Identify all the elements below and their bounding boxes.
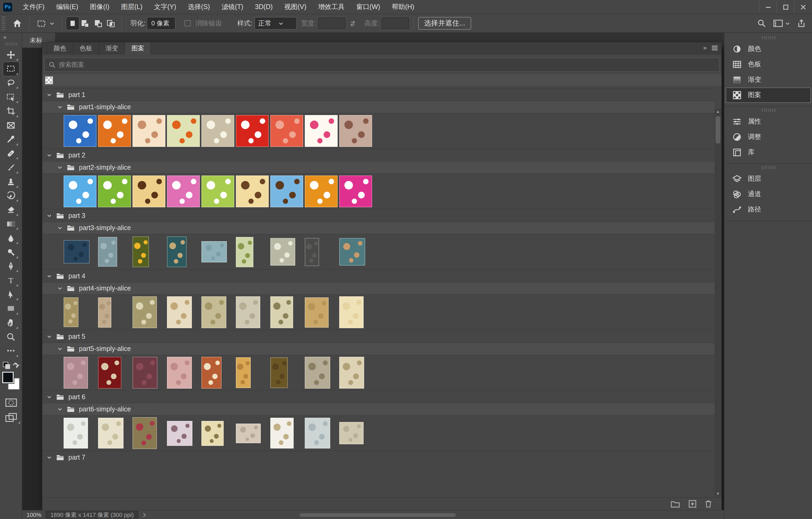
dock-item-属性[interactable]: 属性: [726, 114, 811, 129]
pattern-tile[interactable]: [305, 297, 329, 327]
pattern-tile[interactable]: [64, 240, 90, 263]
tool-preset-dropdown[interactable]: [34, 16, 57, 31]
pattern-search-input[interactable]: 搜索图案: [45, 58, 719, 71]
eyedropper-tool[interactable]: [3, 133, 19, 146]
dock-item-路径[interactable]: 路径: [726, 202, 811, 218]
zoom-tool[interactable]: [3, 330, 19, 344]
pattern-tile[interactable]: [64, 418, 88, 449]
menu-item[interactable]: 3D(D): [249, 0, 279, 14]
toolbar-grip[interactable]: [5, 42, 17, 46]
pattern-tile[interactable]: [339, 422, 364, 444]
workspace-icon[interactable]: [773, 20, 790, 27]
crop-tool[interactable]: [3, 104, 19, 118]
rect-marquee-tool[interactable]: [3, 62, 19, 76]
add-selection-icon[interactable]: [79, 17, 92, 30]
history-brush-tool[interactable]: [3, 189, 19, 203]
dock-grip[interactable]: [761, 109, 775, 112]
dock-item-调整[interactable]: 调整: [726, 129, 811, 145]
pattern-tile[interactable]: [236, 357, 251, 388]
pattern-tile[interactable]: [133, 115, 165, 147]
menu-item[interactable]: 选择(S): [182, 0, 216, 14]
pattern-tile[interactable]: [305, 115, 338, 147]
pattern-tile[interactable]: [305, 238, 319, 266]
pattern-tile[interactable]: [98, 297, 111, 327]
status-chevron-icon[interactable]: [143, 512, 147, 517]
panel-tab-颜色[interactable]: 颜色: [47, 42, 73, 55]
dock-item-库[interactable]: 库: [726, 145, 811, 160]
pattern-subgroup-header[interactable]: part1-simply-alice: [42, 101, 715, 113]
pattern-group-header[interactable]: part 6: [42, 390, 715, 403]
pattern-tile[interactable]: [64, 297, 79, 327]
pattern-tile[interactable]: [270, 115, 303, 147]
edit-toolbar[interactable]: [3, 344, 19, 358]
pattern-subgroup-header[interactable]: part5-simply-alice: [42, 343, 715, 355]
pattern-tile[interactable]: [98, 357, 121, 388]
pattern-tile[interactable]: [64, 115, 96, 147]
pattern-tile[interactable]: [305, 418, 330, 449]
share-icon[interactable]: [797, 19, 806, 28]
pattern-tile[interactable]: [133, 417, 157, 449]
clone-stamp-tool[interactable]: [3, 175, 19, 189]
dock-grip[interactable]: [761, 36, 775, 39]
pattern-tile[interactable]: [270, 357, 288, 388]
pattern-tile[interactable]: [201, 115, 234, 147]
home-icon[interactable]: [9, 16, 25, 31]
scroll-up-icon[interactable]: ▲: [716, 109, 720, 115]
menu-item[interactable]: 文字(Y): [148, 0, 182, 14]
pattern-group-header[interactable]: part 3: [42, 209, 715, 222]
pattern-subgroup-header[interactable]: part3-simply-alice: [42, 222, 715, 234]
pattern-tile[interactable]: [133, 357, 157, 388]
horizontal-scrollbar[interactable]: [299, 513, 456, 517]
pattern-tile[interactable]: [339, 238, 365, 266]
pattern-tile[interactable]: [133, 236, 149, 267]
pattern-tile[interactable]: [270, 296, 293, 328]
delete-icon[interactable]: [705, 500, 712, 508]
collapse-panel-icon[interactable]: »: [703, 45, 706, 51]
pattern-tile[interactable]: [201, 175, 234, 207]
quick-mask-icon[interactable]: [4, 398, 17, 407]
pattern-tile[interactable]: [339, 296, 364, 328]
new-selection-icon[interactable]: [66, 17, 79, 30]
pattern-tile[interactable]: [201, 241, 227, 262]
rectangle-tool[interactable]: [3, 301, 19, 315]
default-colors-control[interactable]: [2, 361, 20, 370]
pattern-group-header[interactable]: part 1: [42, 88, 715, 101]
panel-tab-图案[interactable]: 图案: [125, 42, 151, 55]
close-icon[interactable]: [794, 0, 812, 14]
scrollbar-thumb[interactable]: [716, 116, 720, 144]
menu-item[interactable]: 编辑(E): [50, 0, 84, 14]
menu-item[interactable]: 窗口(W): [350, 0, 386, 14]
pattern-tile[interactable]: [167, 421, 193, 445]
menu-item[interactable]: 视图(V): [279, 0, 312, 14]
pattern-tile[interactable]: [201, 357, 222, 388]
foreground-color-swatch[interactable]: [2, 372, 13, 383]
pattern-group-header[interactable]: part 7: [42, 451, 715, 463]
dock-item-通道[interactable]: 通道: [726, 186, 811, 202]
pattern-tile[interactable]: [98, 175, 131, 207]
pattern-tile[interactable]: [270, 418, 294, 449]
object-selection-tool[interactable]: [3, 90, 19, 104]
new-pattern-icon[interactable]: [689, 500, 696, 508]
lasso-tool[interactable]: [3, 76, 19, 90]
pattern-tile[interactable]: [305, 357, 330, 388]
pattern-tile[interactable]: [305, 175, 338, 207]
menu-item[interactable]: 图像(I): [84, 0, 115, 14]
dock-item-渐变[interactable]: 渐变: [726, 72, 811, 87]
move-tool[interactable]: [3, 48, 19, 62]
pen-tool[interactable]: [3, 259, 19, 273]
path-selection-tool[interactable]: [3, 288, 19, 301]
scroll-down-icon[interactable]: ▼: [716, 491, 720, 497]
type-tool[interactable]: T: [3, 273, 19, 287]
pattern-tile[interactable]: [236, 423, 261, 443]
menu-item[interactable]: 滤镜(T): [216, 0, 249, 14]
pattern-tile[interactable]: [339, 357, 364, 388]
hand-tool[interactable]: [3, 316, 19, 329]
subtract-selection-icon[interactable]: [92, 17, 105, 30]
panel-tab-色板[interactable]: 色板: [73, 42, 99, 55]
pattern-tile[interactable]: [339, 175, 372, 207]
pattern-subgroup-header[interactable]: part2-simply-alice: [42, 161, 715, 174]
pattern-tile[interactable]: [167, 357, 192, 388]
brush-tool[interactable]: [3, 161, 19, 174]
pattern-subgroup-header[interactable]: part6-simply-alice: [42, 403, 715, 415]
menu-item[interactable]: 增效工具: [312, 0, 350, 14]
